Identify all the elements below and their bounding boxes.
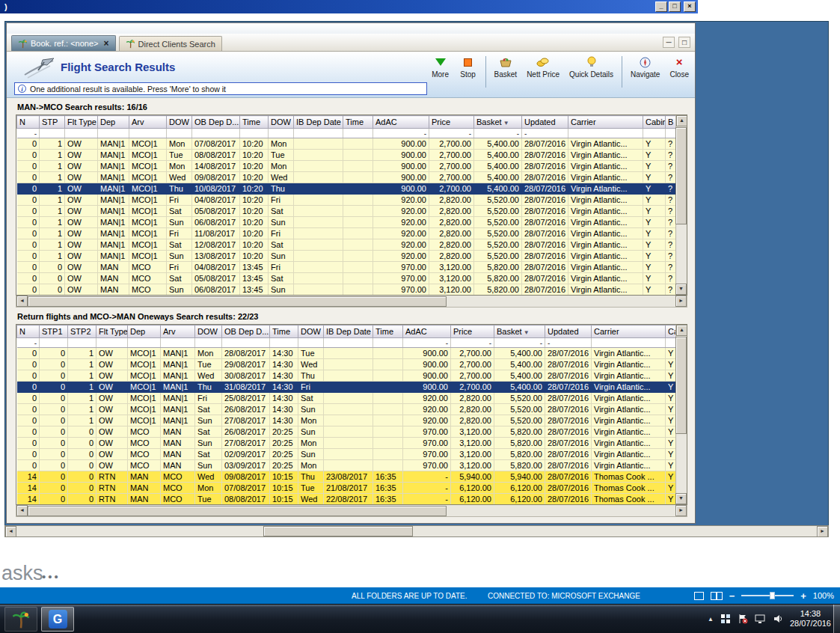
column-header-dep[interactable]: Dep [128, 325, 161, 338]
filter-cell[interactable] [128, 338, 161, 348]
network-icon[interactable] [755, 614, 766, 624]
taskbar-app-g-button[interactable]: G [41, 607, 74, 632]
zoom-in-button[interactable]: + [800, 590, 806, 602]
column-header-b[interactable]: B [666, 116, 676, 129]
column-header-carrier[interactable]: Carrier [592, 325, 666, 338]
result-row[interactable]: 000OWMCOMANSat26/08/201720:25Sun970.003,… [17, 426, 676, 438]
result-row[interactable]: 01OWMAN|1MCO|1Thu10/08/201710:20Thu900.0… [17, 183, 676, 195]
filter-cell[interactable]: - [522, 129, 568, 138]
filter-cell[interactable] [343, 129, 373, 138]
column-header-n[interactable]: N [17, 325, 40, 338]
column-header-dep[interactable]: Dep [98, 116, 129, 129]
scroll-left-button[interactable]: ◄ [16, 296, 28, 307]
filter-cell[interactable]: - [545, 338, 592, 348]
result-row[interactable]: 1400RTNMANMCOMon07/08/201710:15Tue21/08/… [17, 483, 676, 494]
scroll-left-button[interactable]: ◄ [5, 526, 16, 537]
workspace-horizontal-scrollbar[interactable]: ◄ ► [4, 525, 829, 537]
mdi-minimize-button[interactable]: ─ [663, 37, 675, 48]
column-header-time[interactable]: Time [240, 116, 269, 129]
column-header-cabin[interactable]: Cabin [643, 116, 666, 129]
scroll-track[interactable] [16, 526, 817, 536]
result-row[interactable]: 01OWMAN|1MCO|1Mon14/08/201710:20Mon900.0… [17, 161, 676, 172]
scroll-thumb[interactable] [675, 337, 687, 434]
zoom-out-button[interactable]: − [729, 590, 735, 602]
filter-cell[interactable]: - [403, 338, 451, 348]
return-horizontal-scrollbar[interactable]: ◄ ► [16, 505, 687, 517]
column-header-arv[interactable]: Arv [161, 325, 195, 338]
column-header-ib-dep-date[interactable]: IB Dep Date [294, 116, 343, 129]
reading-view-icon[interactable] [711, 592, 723, 600]
column-header-flt-type[interactable]: Flt Type [96, 325, 128, 338]
result-row[interactable]: 01OWMAN|1MCO|1Fri11/08/201710:20Fri920.0… [17, 228, 676, 239]
column-header-updated[interactable]: Updated [545, 325, 592, 338]
scroll-up-button[interactable]: ▲ [676, 325, 687, 336]
zoom-slider-thumb[interactable] [770, 592, 775, 599]
volume-icon[interactable] [773, 614, 783, 624]
column-header-dow[interactable]: DOW [167, 116, 192, 129]
zoom-level[interactable]: 100% [813, 591, 834, 600]
filter-cell[interactable] [222, 338, 270, 348]
column-header-updated[interactable]: Updated [522, 116, 568, 129]
filter-cell[interactable] [240, 129, 269, 138]
column-header-basket[interactable]: Basket▼ [474, 116, 522, 129]
nav-ellipsis-icon[interactable]: ••• [42, 570, 61, 583]
grid-tray-icon[interactable] [720, 614, 731, 624]
taskbar-clock[interactable]: 14:38 28/07/2016 [790, 609, 831, 629]
navigate-button[interactable]: Navigate [628, 55, 663, 80]
result-row[interactable]: 1400RTNMANMCOWed09/08/201710:15Thu23/08/… [17, 471, 676, 483]
column-header-flt-type[interactable]: Flt Type [65, 116, 98, 129]
column-header-dow[interactable]: DOW [298, 325, 324, 338]
filter-cell[interactable] [167, 129, 192, 138]
filter-cell[interactable] [98, 129, 129, 138]
filter-cell[interactable] [96, 338, 128, 348]
filter-cell[interactable] [592, 338, 666, 348]
column-header-price[interactable]: Price [429, 116, 474, 129]
scroll-thumb[interactable] [28, 506, 447, 516]
result-row[interactable]: 001OWMCO|1MAN|1Wed30/08/201714:30Thu900.… [17, 370, 676, 382]
column-header-ca[interactable]: Ca [666, 325, 676, 338]
column-header-ob-dep-d-[interactable]: OB Dep D... [222, 325, 270, 338]
column-header-time[interactable]: Time [343, 116, 373, 129]
column-header-dow[interactable]: DOW [195, 325, 222, 338]
scroll-right-button[interactable]: ► [675, 296, 687, 307]
column-header-carrier[interactable]: Carrier [568, 116, 643, 129]
scroll-thumb[interactable] [28, 296, 447, 307]
result-row[interactable]: 00OWMANMCOFri04/08/201713:45Fri970.003,1… [17, 262, 676, 273]
result-row[interactable]: 001OWMCO|1MAN|1Sat26/08/201714:30Sun920.… [17, 404, 676, 415]
result-row[interactable]: 000OWMCOMANSun03/09/201720:25Mon970.003,… [17, 460, 676, 471]
scroll-thumb[interactable] [263, 526, 413, 536]
filter-cell[interactable]: - [451, 338, 494, 348]
filter-cell[interactable] [192, 129, 240, 138]
tab-direct-clients-search[interactable]: Direct Clients Search [119, 36, 222, 51]
column-header-ib-dep-date[interactable]: IB Dep Date [324, 325, 373, 338]
scroll-right-button[interactable]: ► [675, 505, 687, 516]
nett-price-button[interactable]: Nett Price [524, 55, 562, 80]
action-center-flag-icon[interactable] [738, 614, 748, 624]
result-row[interactable]: 01OWMAN|1MCO|1Wed09/08/201710:20Wed900.0… [17, 172, 676, 183]
filter-cell[interactable] [129, 129, 167, 138]
filter-cell[interactable] [161, 338, 195, 348]
tab-close-icon[interactable]: × [104, 38, 109, 49]
column-header-adac[interactable]: AdAC [373, 116, 429, 129]
result-row[interactable]: 001OWMCO|1MAN|1Mon28/08/201714:30Tue900.… [17, 348, 676, 359]
scroll-right-button[interactable]: ► [817, 526, 828, 537]
filter-cell[interactable]: - [17, 338, 40, 348]
column-header-time[interactable]: Time [270, 325, 298, 338]
normal-view-icon[interactable] [694, 592, 704, 600]
tab-booking-ref[interactable]: Book. ref.: <none> × [11, 35, 116, 51]
filter-cell[interactable] [294, 129, 343, 138]
return-vertical-scrollbar[interactable]: ▲ ▼ [675, 325, 687, 504]
result-row[interactable]: 01OWMAN|1MCO|1Sun13/08/201710:20Sun920.0… [17, 251, 676, 262]
filter-cell[interactable] [65, 129, 98, 138]
column-header-basket[interactable]: Basket▼ [494, 325, 545, 338]
result-row[interactable]: 01OWMAN|1MCO|1Sat05/08/201710:20Sat920.0… [17, 206, 676, 217]
show-hidden-icons-button[interactable]: ▲ [708, 616, 714, 623]
column-header-arv[interactable]: Arv [129, 116, 167, 129]
taskbar-app-palm-button[interactable] [4, 607, 37, 632]
result-row[interactable]: 000OWMCOMANSun27/08/201720:25Mon970.003,… [17, 438, 676, 449]
filter-cell[interactable] [373, 338, 403, 348]
result-row[interactable]: 00OWMANMCOSat05/08/201713:45Sat970.003,1… [17, 273, 676, 284]
filter-cell[interactable] [666, 338, 676, 348]
filter-cell[interactable] [643, 129, 666, 138]
stop-button[interactable]: Stop [456, 55, 480, 80]
